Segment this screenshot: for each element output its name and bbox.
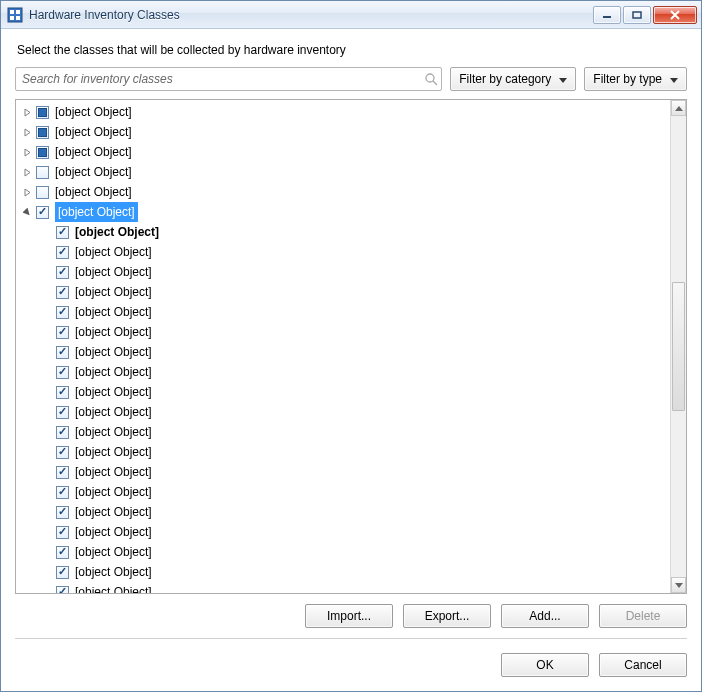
row-label: [object Object] xyxy=(53,202,140,222)
scrollbar[interactable] xyxy=(670,100,686,593)
export-button[interactable]: Export... xyxy=(403,604,491,628)
scroll-up-button[interactable] xyxy=(671,100,686,116)
row-label: [object Object] xyxy=(53,162,134,182)
svg-point-7 xyxy=(426,74,434,82)
checkbox[interactable] xyxy=(56,406,69,419)
row-label: [object Object] xyxy=(73,222,161,242)
tree-class-row[interactable]: [object Object] xyxy=(16,122,670,142)
row-label: [object Object] xyxy=(53,182,134,202)
checkbox[interactable] xyxy=(56,506,69,519)
expand-icon[interactable] xyxy=(20,145,34,159)
scroll-down-button[interactable] xyxy=(671,577,686,593)
tree-property-row[interactable]: [object Object] xyxy=(16,582,670,593)
search-input[interactable] xyxy=(16,72,421,86)
checkbox[interactable] xyxy=(56,526,69,539)
tree-class-row[interactable]: [object Object] xyxy=(16,142,670,162)
filter-type-button[interactable]: Filter by type xyxy=(584,67,687,91)
tree-property-row[interactable]: [object Object] xyxy=(16,282,670,302)
row-label: [object Object] xyxy=(73,322,154,342)
svg-rect-5 xyxy=(603,16,611,18)
expand-icon[interactable] xyxy=(20,125,34,139)
checkbox[interactable] xyxy=(56,586,69,594)
tree-property-row[interactable]: [object Object] xyxy=(16,382,670,402)
chevron-down-icon xyxy=(559,72,567,86)
checkbox[interactable] xyxy=(56,386,69,399)
dialog-footer: OK Cancel xyxy=(1,639,701,691)
ok-button[interactable]: OK xyxy=(501,653,589,677)
tree-property-row[interactable]: [object Object] xyxy=(16,242,670,262)
row-label: [object Object] xyxy=(53,122,134,142)
checkbox[interactable] xyxy=(56,246,69,259)
collapse-icon[interactable] xyxy=(20,205,34,219)
class-tree[interactable]: [object Object][object Object][object Ob… xyxy=(16,100,670,593)
search-field[interactable] xyxy=(15,67,442,91)
row-label: [object Object] xyxy=(73,562,154,582)
scroll-track[interactable] xyxy=(671,116,686,577)
checkbox[interactable] xyxy=(36,186,49,199)
checkbox[interactable] xyxy=(56,226,69,239)
row-label: [object Object] xyxy=(73,362,154,382)
checkbox[interactable] xyxy=(56,446,69,459)
titlebar[interactable]: Hardware Inventory Classes xyxy=(1,1,701,29)
tree-property-row[interactable]: [object Object] xyxy=(16,502,670,522)
checkbox[interactable] xyxy=(36,146,49,159)
checkbox[interactable] xyxy=(56,426,69,439)
row-label: [object Object] xyxy=(73,462,154,482)
tree-property-row[interactable]: [object Object] xyxy=(16,422,670,442)
tree-property-row[interactable]: [object Object] xyxy=(16,302,670,322)
import-button[interactable]: Import... xyxy=(305,604,393,628)
checkbox[interactable] xyxy=(56,566,69,579)
tree-property-row[interactable]: [object Object] xyxy=(16,262,670,282)
checkbox[interactable] xyxy=(56,306,69,319)
checkbox[interactable] xyxy=(56,326,69,339)
checkbox[interactable] xyxy=(56,286,69,299)
tree-property-row[interactable]: [object Object] xyxy=(16,322,670,342)
expand-icon[interactable] xyxy=(20,165,34,179)
tree-class-row[interactable]: [object Object] xyxy=(16,162,670,182)
window-buttons xyxy=(593,6,697,24)
checkbox[interactable] xyxy=(36,126,49,139)
tree-property-row[interactable]: [object Object] xyxy=(16,402,670,422)
tree-property-row[interactable]: [object Object] xyxy=(16,562,670,582)
checkbox[interactable] xyxy=(56,546,69,559)
row-label: [object Object] xyxy=(73,282,154,302)
checkbox[interactable] xyxy=(56,366,69,379)
tree-class-row[interactable]: [object Object] xyxy=(16,102,670,122)
scroll-thumb[interactable] xyxy=(672,282,685,411)
tree-property-row[interactable]: [object Object] xyxy=(16,362,670,382)
tree-property-row[interactable]: [object Object] xyxy=(16,522,670,542)
expand-icon[interactable] xyxy=(20,105,34,119)
dialog-window: Hardware Inventory Classes Select the cl… xyxy=(0,0,702,692)
cancel-button[interactable]: Cancel xyxy=(599,653,687,677)
checkbox[interactable] xyxy=(36,206,49,219)
row-label: [object Object] xyxy=(73,442,154,462)
expand-icon[interactable] xyxy=(20,185,34,199)
tree-property-row[interactable]: [object Object] xyxy=(16,222,670,242)
row-label: [object Object] xyxy=(73,402,154,422)
tree-property-row[interactable]: [object Object] xyxy=(16,342,670,362)
checkbox[interactable] xyxy=(56,466,69,479)
tree-property-row[interactable]: [object Object] xyxy=(16,542,670,562)
tree-property-row[interactable]: [object Object] xyxy=(16,482,670,502)
maximize-button[interactable] xyxy=(623,6,651,24)
row-label: [object Object] xyxy=(73,582,154,593)
filter-category-button[interactable]: Filter by category xyxy=(450,67,576,91)
add-button[interactable]: Add... xyxy=(501,604,589,628)
checkbox[interactable] xyxy=(36,106,49,119)
checkbox[interactable] xyxy=(56,346,69,359)
tree-property-row[interactable]: [object Object] xyxy=(16,462,670,482)
checkbox[interactable] xyxy=(36,166,49,179)
close-button[interactable] xyxy=(653,6,697,24)
checkbox[interactable] xyxy=(56,486,69,499)
checkbox[interactable] xyxy=(56,266,69,279)
instruction-text: Select the classes that will be collecte… xyxy=(17,43,687,57)
svg-rect-6 xyxy=(633,12,641,18)
tree-property-row[interactable]: [object Object] xyxy=(16,442,670,462)
minimize-button[interactable] xyxy=(593,6,621,24)
row-label: [object Object] xyxy=(73,262,154,282)
svg-rect-4 xyxy=(16,16,20,20)
tree-class-row[interactable]: [object Object] xyxy=(16,202,670,222)
delete-button[interactable]: Delete xyxy=(599,604,687,628)
filter-type-label: Filter by type xyxy=(593,72,662,86)
tree-class-row[interactable]: [object Object] xyxy=(16,182,670,202)
